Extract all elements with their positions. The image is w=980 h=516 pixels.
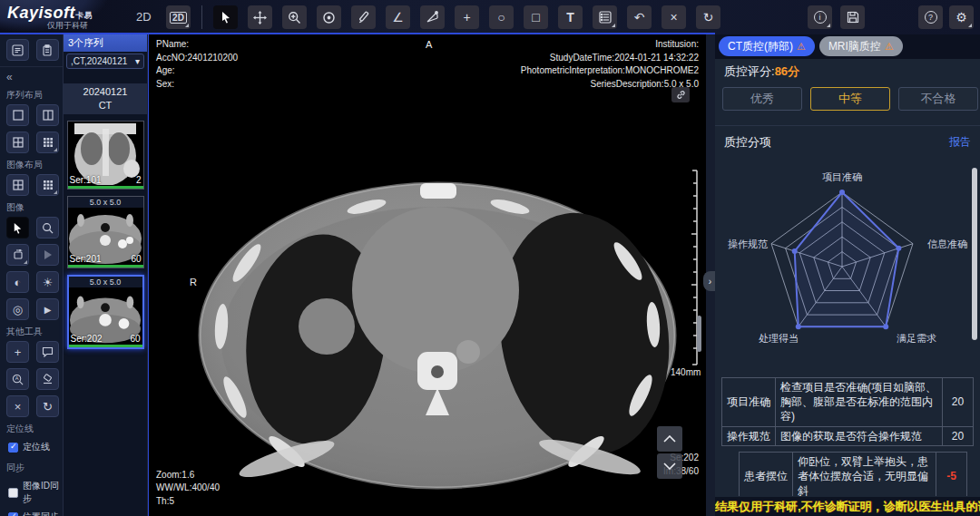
delete-annotation-button[interactable]: × — [662, 5, 686, 29]
worklist-button[interactable] — [6, 39, 29, 61]
collapse-sidebar-button[interactable]: « — [0, 67, 63, 83]
2d-mode-button[interactable]: 2D — [166, 5, 191, 29]
tool-crosshair-button[interactable]: + — [6, 341, 29, 363]
layout-1x1-button[interactable] — [6, 104, 29, 126]
checkbox-position-sync[interactable] — [8, 512, 18, 516]
qc-item-desc: 图像的获取是否符合操作规范 — [776, 426, 943, 445]
section-sync: 同步 — [0, 456, 63, 477]
grid-layout-tool-button[interactable] — [593, 5, 617, 29]
scroll-down-button[interactable] — [657, 453, 682, 479]
rectangle-icon: □ — [532, 10, 539, 24]
layout-3x3-icon — [43, 137, 54, 148]
text-tool-button[interactable]: T — [558, 5, 583, 29]
warning-icon: ⚠ — [885, 41, 894, 53]
series-thumbnail-201[interactable]: 5.0 x 5.0 Ser:20160 — [67, 196, 144, 268]
zoom-in-tool-button[interactable] — [282, 5, 307, 29]
probe-tool-button[interactable]: + — [455, 5, 479, 29]
radar-label-2: 满足需求 — [889, 332, 944, 346]
pan-tool-button[interactable] — [248, 5, 272, 29]
layout-2x2-button[interactable] — [6, 131, 29, 153]
tool-comment-button[interactable] — [36, 341, 59, 363]
thumb-count: 60 — [130, 334, 140, 344]
image-viewport[interactable]: PName:AccNO:2401210200 Age:Sex: Institus… — [148, 34, 706, 516]
tool-find-button[interactable]: A — [6, 368, 29, 390]
target-tool-button[interactable] — [317, 5, 341, 29]
thumb-top-label: 5.0 x 5.0 — [69, 277, 142, 287]
series-group-header[interactable]: 20240121 CT — [64, 83, 147, 114]
image-window-button[interactable]: ◎ — [6, 298, 29, 320]
tool-delete-button[interactable]: × — [6, 395, 29, 417]
panel-divider-line — [715, 125, 980, 126]
grade-excellent-button[interactable]: 优秀 — [722, 87, 802, 111]
report-button[interactable] — [36, 39, 59, 61]
reset-button[interactable]: ↻ — [696, 5, 720, 29]
section-image: 图像 — [0, 196, 63, 217]
scroll-up-button[interactable] — [657, 426, 682, 452]
length-tool-button[interactable] — [351, 5, 376, 29]
layout-1x2-button[interactable] — [36, 104, 59, 126]
img-layout-2x2-button[interactable] — [6, 174, 29, 196]
panel-scrollbar-thumb[interactable] — [972, 168, 977, 340]
settings-button[interactable]: ⚙ — [949, 5, 974, 29]
tab-ct-qc[interactable]: CT质控(肺部) ⚠ — [719, 36, 815, 56]
layout-1x2-icon — [43, 110, 54, 121]
share-link-button[interactable] — [671, 87, 690, 102]
angle-tool-button[interactable]: ∠ — [386, 5, 410, 29]
tool-eraser-button[interactable] — [36, 368, 59, 390]
image-cine-play-button[interactable]: ▶ — [36, 298, 59, 320]
flag-icon — [43, 249, 54, 260]
qc-subitem-name: 患者摆位 — [740, 452, 793, 496]
list-icon — [12, 44, 24, 56]
report-link[interactable]: 报告 — [949, 134, 971, 151]
chevron-down-icon: ▾ — [135, 56, 140, 66]
grade-buttons: 优秀 中等 不合格 — [722, 87, 978, 111]
save-button[interactable] — [840, 5, 865, 29]
rectangle-tool-button[interactable]: □ — [524, 5, 548, 29]
disclaimer-marquee: 结果仅用于科研,不作诊断证明，诊断以医生出具的诊断 — [715, 497, 980, 516]
layout-3x3-button[interactable] — [36, 131, 59, 153]
ellipse-tool-button[interactable]: ○ — [489, 5, 514, 29]
logo-subtitle: 仅用于科研 — [47, 20, 88, 32]
img-layout-3x3-button[interactable] — [36, 174, 59, 196]
info-button[interactable]: i — [808, 5, 832, 29]
series-thumbnail-202[interactable]: 5.0 x 5.0 Ser:20260 — [67, 275, 144, 349]
cobb-angle-tool-button[interactable] — [420, 5, 445, 29]
study-dropdown-value: ,CT,20240121 — [71, 56, 127, 66]
undo-button[interactable]: ↶ — [627, 5, 652, 29]
tab-mri-qc[interactable]: MRI脑质控 ⚠ — [819, 36, 903, 56]
thumb-series-label: Ser:101 — [70, 175, 102, 185]
study-dropdown[interactable]: ,CT,20240121 ▾ — [66, 54, 144, 69]
logo-cn: 卡易 — [75, 11, 93, 20]
orientation-marker-left: R — [190, 276, 197, 290]
info-icon: i — [814, 11, 827, 24]
help-button[interactable]: ? — [918, 5, 943, 29]
image-brightness-button[interactable]: ☀ — [36, 271, 59, 293]
ruler-label: 140mm — [671, 366, 701, 380]
qc-detail-tables: 项目准确 检查项目是否准确(项目如脑部、胸部、腹部是否在标准的范围内容) 20 … — [715, 377, 980, 496]
qc-score-value: 86分 — [775, 64, 799, 78]
series-thumbnail-101[interactable]: Ser:1012 — [67, 121, 144, 190]
thumb-top-label: 5.0 x 5.0 — [68, 197, 143, 208]
svg-text:A: A — [15, 375, 19, 381]
link-icon — [676, 90, 686, 100]
plus-icon: + — [15, 346, 22, 359]
image-rotate-button[interactable] — [6, 244, 29, 266]
viewport-scrollbar-thumb[interactable] — [697, 316, 701, 352]
grade-fail-button[interactable]: 不合格 — [898, 87, 978, 111]
radar-label-0: 项目准确 — [815, 170, 869, 184]
thumb-loaded-bar — [68, 186, 143, 189]
checkbox-image-id-sync[interactable] — [8, 488, 18, 498]
section-image-layout: 图像布局 — [0, 153, 63, 174]
image-magnify-button[interactable] — [36, 217, 59, 239]
grade-medium-button[interactable]: 中等 — [810, 87, 890, 111]
layout-1x1-icon — [13, 110, 24, 121]
checkbox-positioning-line[interactable] — [8, 443, 18, 453]
qc-tabstrip: CT质控(肺部) ⚠ MRI脑质控 ⚠ — [715, 34, 980, 59]
cursor-tool-button[interactable] — [213, 5, 238, 29]
image-invert-button[interactable]: ◐ — [6, 271, 29, 293]
tool-reset-button[interactable]: ↻ — [36, 395, 59, 417]
series-panel: 3个序列 ,CT,20240121 ▾ 20240121 CT Ser:1012… — [64, 34, 148, 516]
image-flag-button[interactable] — [36, 244, 59, 266]
cursor-icon — [12, 222, 24, 234]
image-cursor-button[interactable] — [6, 217, 29, 239]
